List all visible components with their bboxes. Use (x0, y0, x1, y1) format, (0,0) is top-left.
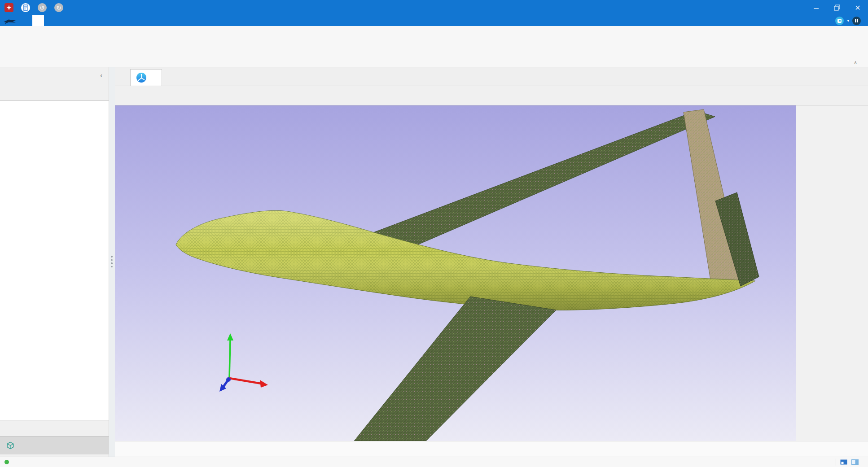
project-panel: ‹ (0, 67, 109, 457)
window-controls: ✕ (806, 0, 868, 15)
app-jet-logo (0, 17, 21, 25)
axes-3d-icon (136, 73, 146, 83)
save-icon[interactable] (21, 3, 30, 12)
ribbon-groups (0, 26, 868, 67)
status-ready-dot (4, 460, 9, 464)
ribbon-collapse-icon[interactable]: ∧ (854, 60, 857, 65)
menu-items (21, 15, 102, 26)
menubar-right-buttons: ▾ (835, 17, 868, 25)
menubar: ▾ (0, 15, 868, 26)
theme-button-icon[interactable] (835, 17, 844, 25)
statusbar-separator (836, 458, 836, 466)
window-split-icon[interactable] (851, 459, 859, 465)
viewport-toolbar (115, 86, 868, 105)
redo-icon[interactable]: ↻ (54, 3, 63, 12)
menu-item-4[interactable] (67, 15, 79, 26)
theme-caret-icon[interactable]: ▾ (847, 18, 849, 23)
menu-item-3[interactable] (56, 15, 67, 26)
menu-item-2[interactable] (44, 15, 56, 26)
window-layout-icon[interactable] (840, 459, 847, 465)
aircraft-mesh-scene (115, 105, 796, 441)
splitter-handle[interactable] (111, 256, 113, 267)
viewport-3d[interactable] (115, 105, 796, 441)
project-panel-toolbar (0, 83, 109, 100)
menu-item-5[interactable] (79, 15, 91, 26)
minimize-icon[interactable] (806, 0, 827, 15)
document-area (115, 67, 868, 457)
close-icon[interactable]: ✕ (847, 0, 868, 15)
panel-collapse-icon[interactable]: ‹ (100, 72, 102, 79)
titlebar: ↺ ↻ ✕ (0, 0, 868, 15)
app-logo-icon (4, 3, 13, 12)
project-panel-tab-button[interactable] (0, 436, 109, 454)
ribbon: ∧ (0, 26, 868, 67)
cube-icon (6, 441, 15, 450)
message-bar (115, 441, 868, 457)
project-tree (0, 100, 109, 420)
statusbar (0, 457, 868, 467)
project-panel-header: ‹ (0, 67, 109, 83)
restore-icon[interactable] (827, 0, 847, 15)
tabbar (115, 67, 868, 86)
statusbar-right (836, 458, 868, 466)
menu-item-6[interactable] (91, 15, 102, 26)
panel-splitter[interactable] (109, 67, 115, 457)
layout-button-icon[interactable] (852, 17, 861, 25)
undo-icon[interactable]: ↺ (38, 3, 47, 12)
menu-item-1[interactable] (32, 15, 44, 26)
menu-item-0[interactable] (21, 15, 32, 26)
quick-access-toolbar: ↺ ↻ (0, 3, 81, 12)
tab-3d-display[interactable] (130, 69, 162, 86)
